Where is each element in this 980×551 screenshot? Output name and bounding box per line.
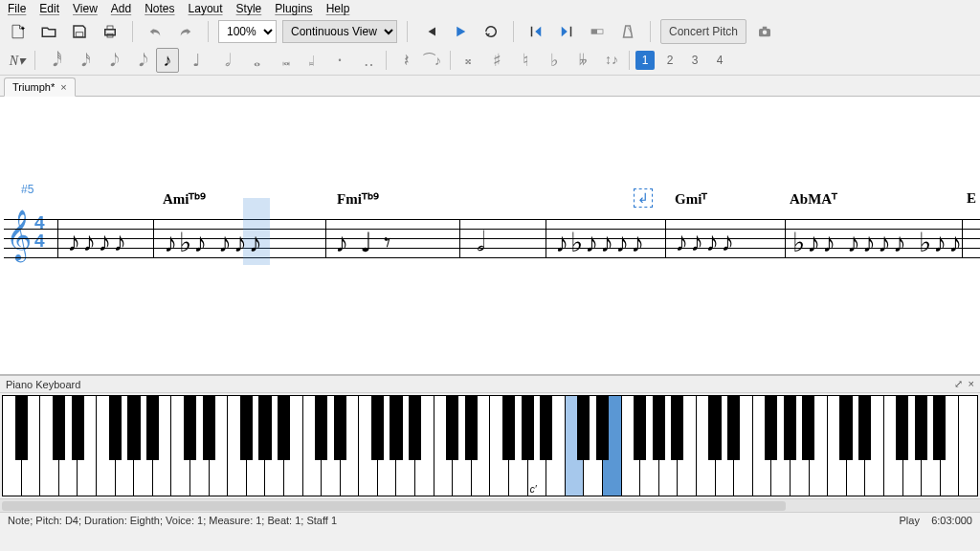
score-canvas[interactable]: #5 𝄞 44 Amiᵀᵇ⁹Fmiᵀᵇ⁹GmiᵀAbMAᵀE ♪♪♪♪♪♭♪ ♪… xyxy=(0,97,980,374)
white-key[interactable] xyxy=(810,396,829,496)
redo-button[interactable] xyxy=(173,19,198,44)
beamed-group[interactable]: ♪ ♩ 𝄾 xyxy=(335,227,386,259)
piano-keyboard[interactable]: c′ xyxy=(2,395,978,496)
menu-view[interactable]: View xyxy=(73,2,98,15)
white-key[interactable] xyxy=(434,396,454,496)
white-key[interactable] xyxy=(97,396,116,496)
white-key[interactable] xyxy=(622,396,641,496)
view-mode-select[interactable]: Continuous View xyxy=(282,20,397,43)
save-button[interactable] xyxy=(67,19,92,44)
play-button[interactable] xyxy=(448,19,473,44)
chord-symbol[interactable]: AbMAᵀ xyxy=(790,190,837,208)
rest-button[interactable]: 𝄽 xyxy=(392,48,415,73)
white-key[interactable] xyxy=(284,396,303,496)
beamed-group[interactable]: ♪♭♪♪♪♪ xyxy=(555,227,646,258)
flip-direction-button[interactable]: ↕♪ xyxy=(600,48,623,73)
sharp-button[interactable]: ♯ xyxy=(485,48,508,73)
white-key[interactable] xyxy=(959,396,977,496)
duration-32nd[interactable]: 𝅘𝅥𝅯 xyxy=(70,48,93,73)
white-key[interactable] xyxy=(753,396,772,496)
white-key[interactable] xyxy=(640,396,659,496)
menu-help[interactable]: Help xyxy=(326,2,350,15)
new-score-button[interactable]: ✦ xyxy=(6,19,31,44)
beamed-group[interactable]: ♪♪♪♪ xyxy=(675,227,736,257)
white-key[interactable] xyxy=(490,396,509,496)
white-key[interactable] xyxy=(322,396,341,496)
piano-close-icon[interactable]: × xyxy=(969,378,974,390)
white-key[interactable] xyxy=(210,396,229,496)
piano-undock-icon[interactable]: ⤢ xyxy=(954,378,963,390)
white-key[interactable] xyxy=(78,396,97,496)
white-key[interactable] xyxy=(415,396,434,496)
white-key[interactable] xyxy=(359,396,378,496)
white-key[interactable] xyxy=(603,396,622,496)
voice-2-button[interactable]: 2 xyxy=(660,51,679,70)
white-key[interactable] xyxy=(697,396,716,496)
duration-16th[interactable]: 𝅘𝅥𝅮 xyxy=(99,48,122,73)
chord-symbol[interactable]: Amiᵀᵇ⁹ xyxy=(163,190,207,208)
menu-edit[interactable]: Edit xyxy=(39,2,59,15)
white-key[interactable] xyxy=(59,396,78,496)
white-key[interactable] xyxy=(341,396,360,496)
white-key[interactable] xyxy=(453,396,472,496)
scrollbar-thumb[interactable] xyxy=(2,501,786,511)
undo-button[interactable] xyxy=(143,19,167,44)
concert-pitch-button[interactable]: Concert Pitch xyxy=(660,19,746,44)
voice-3-button[interactable]: 3 xyxy=(685,51,704,70)
menu-plugins[interactable]: Plugins xyxy=(275,2,312,15)
white-key[interactable] xyxy=(584,396,603,496)
tab-close-icon[interactable]: × xyxy=(60,81,66,93)
white-key[interactable] xyxy=(116,396,135,496)
white-key[interactable] xyxy=(847,396,866,496)
white-key[interactable] xyxy=(153,396,172,496)
duration-half[interactable]: 𝅗𝅥 xyxy=(213,48,236,73)
double-sharp-button[interactable]: 𝄪 xyxy=(457,48,479,73)
image-capture-button[interactable] xyxy=(752,19,777,44)
white-key[interactable] xyxy=(903,396,923,496)
beamed-group[interactable]: 𝅗𝅥 xyxy=(477,227,479,258)
metronome-button[interactable] xyxy=(615,19,640,44)
white-key[interactable] xyxy=(22,396,41,496)
white-key[interactable] xyxy=(884,396,903,496)
print-button[interactable] xyxy=(98,19,122,44)
white-key[interactable] xyxy=(771,396,791,496)
duration-16th-b[interactable]: 𝅘𝅥𝅮 xyxy=(127,48,150,73)
open-button[interactable] xyxy=(36,19,61,44)
menu-notes[interactable]: Notes xyxy=(145,2,174,15)
white-key[interactable] xyxy=(265,396,284,496)
white-key[interactable] xyxy=(922,396,941,496)
chord-symbol[interactable]: Fmiᵀᵇ⁹ xyxy=(337,190,379,208)
double-flat-button[interactable]: 𝄫 xyxy=(571,48,594,73)
white-key[interactable] xyxy=(396,396,415,496)
beamed-group[interactable]: ♭♪♪ ♪♪♪♪ xyxy=(792,227,908,258)
white-key[interactable] xyxy=(791,396,810,496)
augmentation-dot[interactable]: · xyxy=(328,48,351,73)
voice-4-button[interactable]: 4 xyxy=(710,51,729,70)
beamed-group[interactable]: ♪♭♪ ♪♪♪ xyxy=(164,227,264,258)
menu-style[interactable]: Style xyxy=(236,2,262,15)
white-key[interactable] xyxy=(190,396,210,496)
white-key[interactable] xyxy=(378,396,397,496)
white-key[interactable] xyxy=(228,396,247,496)
white-key[interactable] xyxy=(134,396,153,496)
tie-button[interactable]: ⁀♪ xyxy=(421,48,444,73)
white-key[interactable] xyxy=(303,396,323,496)
beamed-group[interactable]: ♭♪♪ xyxy=(919,227,964,258)
duration-longa[interactable]: 𝆷 xyxy=(300,48,323,73)
beamed-group[interactable]: ♪♪♪♪ xyxy=(67,227,128,257)
duration-64th[interactable]: 𝅘𝅥𝅰 xyxy=(41,48,64,73)
duration-whole[interactable]: 𝅝 xyxy=(242,48,265,73)
white-key[interactable]: c′ xyxy=(528,396,547,496)
chord-symbol[interactable]: E xyxy=(967,190,976,207)
double-dot[interactable]: ‥ xyxy=(357,48,380,73)
duration-eighth[interactable]: ♪ xyxy=(156,48,179,73)
white-key[interactable] xyxy=(716,396,735,496)
horizontal-scrollbar[interactable] xyxy=(0,498,980,512)
white-key[interactable] xyxy=(3,396,22,496)
rewind-button[interactable] xyxy=(417,19,442,44)
white-key[interactable] xyxy=(566,396,585,496)
white-key[interactable] xyxy=(546,396,566,496)
white-key[interactable] xyxy=(659,396,679,496)
pan-button[interactable] xyxy=(585,19,610,44)
voice-1-button[interactable]: 1 xyxy=(635,51,655,70)
